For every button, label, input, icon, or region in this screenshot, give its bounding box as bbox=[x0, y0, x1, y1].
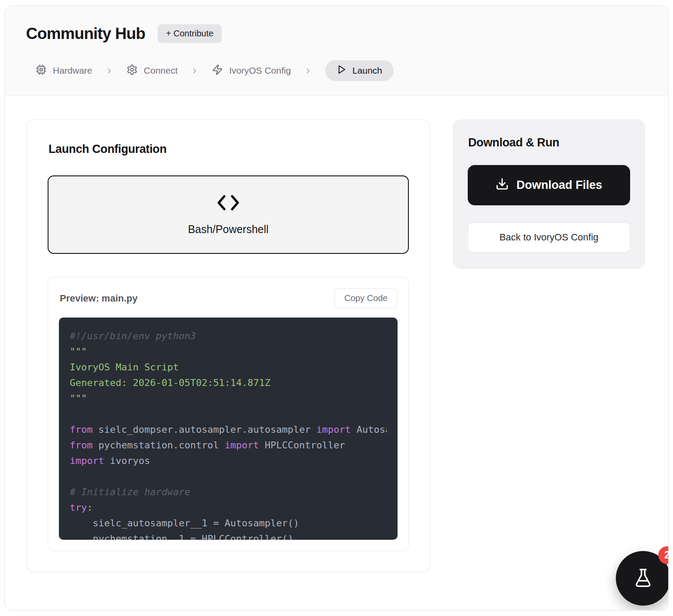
back-to-ivoryos-config-button[interactable]: Back to IvoryOS Config bbox=[468, 222, 630, 253]
preview-card: Preview: main.py Copy Code #!/usr/bin/en… bbox=[48, 277, 409, 551]
code-line: Generated: 2026-01-05T02:51:14.871Z bbox=[70, 375, 387, 391]
code-line: """ bbox=[70, 344, 387, 360]
code-line: """ bbox=[70, 391, 387, 406]
code-line: import ivoryos bbox=[70, 453, 387, 469]
code-brackets-icon bbox=[216, 194, 241, 214]
chevron-right-icon bbox=[191, 67, 199, 75]
bash-powershell-option[interactable]: Bash/Powershell bbox=[48, 175, 409, 254]
header: Community Hub + Contribute Hardware bbox=[5, 6, 668, 96]
content: Launch Configuration Bash/Powershell Pre… bbox=[5, 96, 668, 572]
code-line bbox=[70, 406, 387, 422]
code-line: pychemstation__1 = HPLCController() bbox=[70, 531, 387, 540]
flask-icon bbox=[633, 568, 653, 589]
download-files-button[interactable]: Download Files bbox=[468, 165, 630, 205]
step-label: Connect bbox=[144, 65, 178, 76]
step-launch[interactable]: Launch bbox=[325, 60, 394, 81]
code-line: sielc_autosampler__1 = Autosampler() bbox=[70, 515, 387, 531]
stepper: Hardware Connect bbox=[26, 60, 647, 81]
gear-icon bbox=[126, 64, 138, 78]
copy-code-button[interactable]: Copy Code bbox=[334, 288, 398, 308]
experiment-fab-button[interactable]: 2 bbox=[616, 551, 669, 606]
launch-configuration-title: Launch Configuration bbox=[49, 143, 409, 156]
code-line: try: bbox=[70, 500, 387, 515]
shell-option-label: Bash/Powershell bbox=[188, 223, 269, 236]
contribute-button[interactable]: + Contribute bbox=[158, 24, 222, 43]
code-line: from pychemstation.control import HPLCCo… bbox=[70, 438, 387, 453]
download-icon bbox=[495, 177, 509, 194]
community-hub-window: Community Hub + Contribute Hardware bbox=[4, 6, 669, 610]
step-label: Launch bbox=[353, 65, 382, 76]
chevron-right-icon bbox=[304, 67, 312, 75]
code-block: #!/usr/bin/env python3"""IvoryOS Main Sc… bbox=[59, 318, 398, 540]
chevron-right-icon bbox=[105, 67, 113, 75]
download-run-title: Download & Run bbox=[468, 136, 630, 149]
play-icon bbox=[336, 65, 346, 77]
code-line bbox=[70, 469, 387, 484]
code-line: #!/usr/bin/env python3 bbox=[70, 328, 387, 344]
step-ivoryos-config[interactable]: IvoryOS Config bbox=[212, 64, 291, 78]
step-label: Hardware bbox=[53, 65, 92, 76]
lightning-icon bbox=[212, 64, 223, 78]
page-title: Community Hub bbox=[26, 25, 145, 43]
step-connect[interactable]: Connect bbox=[126, 64, 178, 78]
code-line: from sielc_dompser.autosampler.autosampl… bbox=[70, 422, 387, 438]
cpu-icon bbox=[36, 64, 47, 78]
step-hardware[interactable]: Hardware bbox=[36, 64, 92, 78]
code-line: IvoryOS Main Script bbox=[70, 360, 387, 375]
download-run-panel: Download & Run Download Files Back to Iv… bbox=[453, 120, 645, 269]
preview-title: Preview: main.py bbox=[60, 293, 138, 304]
code-line: # Initialize hardware bbox=[70, 484, 387, 500]
launch-configuration-card: Launch Configuration Bash/Powershell Pre… bbox=[26, 120, 430, 572]
download-files-label: Download Files bbox=[516, 178, 602, 192]
preview-header: Preview: main.py Copy Code bbox=[59, 288, 398, 308]
step-label: IvoryOS Config bbox=[229, 65, 291, 76]
title-row: Community Hub + Contribute bbox=[26, 24, 647, 43]
